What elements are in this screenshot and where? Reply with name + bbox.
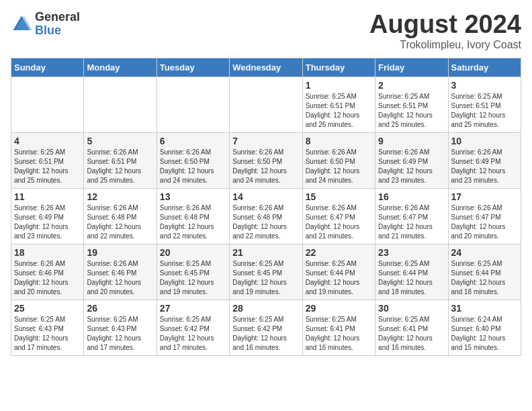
day-number: 4 xyxy=(14,136,81,146)
day-info: Sunrise: 6:26 AM Sunset: 6:50 PM Dayligh… xyxy=(160,148,226,185)
header-wednesday: Wednesday xyxy=(230,58,302,77)
day-cell: 5Sunrise: 6:26 AM Sunset: 6:51 PM Daylig… xyxy=(84,132,157,188)
day-info: Sunrise: 6:26 AM Sunset: 6:48 PM Dayligh… xyxy=(160,203,226,241)
week-row-2: 4Sunrise: 6:25 AM Sunset: 6:51 PM Daylig… xyxy=(11,132,521,188)
day-number: 9 xyxy=(378,136,445,146)
day-number: 21 xyxy=(232,247,299,258)
logo-icon xyxy=(11,13,32,35)
day-cell xyxy=(84,77,157,132)
day-number: 13 xyxy=(160,191,226,202)
day-cell: 17Sunrise: 6:26 AM Sunset: 6:47 PM Dayli… xyxy=(448,188,521,244)
day-cell: 28Sunrise: 6:25 AM Sunset: 6:42 PM Dayli… xyxy=(230,300,302,355)
calendar-table: SundayMondayTuesdayWednesdayThursdayFrid… xyxy=(11,58,521,356)
day-cell: 23Sunrise: 6:25 AM Sunset: 6:44 PM Dayli… xyxy=(375,244,448,300)
header-monday: Monday xyxy=(84,58,157,77)
day-cell: 22Sunrise: 6:25 AM Sunset: 6:44 PM Dayli… xyxy=(302,244,375,300)
day-info: Sunrise: 6:25 AM Sunset: 6:41 PM Dayligh… xyxy=(306,315,372,353)
day-cell: 29Sunrise: 6:25 AM Sunset: 6:41 PM Dayli… xyxy=(302,300,375,355)
day-number: 17 xyxy=(451,191,518,202)
day-info: Sunrise: 6:26 AM Sunset: 6:49 PM Dayligh… xyxy=(451,148,518,185)
day-number: 31 xyxy=(451,303,518,314)
logo-blue: Blue xyxy=(35,24,61,37)
day-cell: 2Sunrise: 6:25 AM Sunset: 6:51 PM Daylig… xyxy=(375,77,448,132)
day-cell: 16Sunrise: 6:26 AM Sunset: 6:47 PM Dayli… xyxy=(375,188,448,244)
day-info: Sunrise: 6:25 AM Sunset: 6:45 PM Dayligh… xyxy=(160,259,226,297)
day-number: 28 xyxy=(232,303,299,314)
day-number: 11 xyxy=(14,191,81,202)
day-number: 10 xyxy=(451,136,518,146)
day-cell: 31Sunrise: 6:24 AM Sunset: 6:40 PM Dayli… xyxy=(448,300,521,355)
day-number: 2 xyxy=(378,80,445,91)
day-cell: 18Sunrise: 6:26 AM Sunset: 6:46 PM Dayli… xyxy=(11,244,84,300)
day-cell: 19Sunrise: 6:26 AM Sunset: 6:46 PM Dayli… xyxy=(84,244,157,300)
header-saturday: Saturday xyxy=(448,58,521,77)
day-cell: 4Sunrise: 6:25 AM Sunset: 6:51 PM Daylig… xyxy=(11,132,84,188)
day-info: Sunrise: 6:26 AM Sunset: 6:48 PM Dayligh… xyxy=(87,203,153,241)
day-cell xyxy=(157,77,229,132)
day-info: Sunrise: 6:26 AM Sunset: 6:48 PM Dayligh… xyxy=(232,203,299,241)
day-number: 24 xyxy=(451,247,518,258)
day-info: Sunrise: 6:25 AM Sunset: 6:51 PM Dayligh… xyxy=(14,148,81,185)
week-row-1: 1Sunrise: 6:25 AM Sunset: 6:51 PM Daylig… xyxy=(11,77,521,132)
day-info: Sunrise: 6:25 AM Sunset: 6:51 PM Dayligh… xyxy=(306,92,372,130)
day-cell: 11Sunrise: 6:26 AM Sunset: 6:49 PM Dayli… xyxy=(11,188,84,244)
day-number: 27 xyxy=(160,303,226,314)
day-info: Sunrise: 6:25 AM Sunset: 6:51 PM Dayligh… xyxy=(378,92,445,130)
day-cell: 7Sunrise: 6:26 AM Sunset: 6:50 PM Daylig… xyxy=(230,132,302,188)
day-info: Sunrise: 6:24 AM Sunset: 6:40 PM Dayligh… xyxy=(451,315,518,353)
day-cell: 14Sunrise: 6:26 AM Sunset: 6:48 PM Dayli… xyxy=(230,188,302,244)
day-info: Sunrise: 6:26 AM Sunset: 6:47 PM Dayligh… xyxy=(451,203,518,241)
day-cell: 1Sunrise: 6:25 AM Sunset: 6:51 PM Daylig… xyxy=(302,77,375,132)
day-info: Sunrise: 6:25 AM Sunset: 6:43 PM Dayligh… xyxy=(14,315,81,353)
day-info: Sunrise: 6:25 AM Sunset: 6:45 PM Dayligh… xyxy=(232,259,299,297)
day-cell: 9Sunrise: 6:26 AM Sunset: 6:49 PM Daylig… xyxy=(375,132,448,188)
day-cell: 8Sunrise: 6:26 AM Sunset: 6:50 PM Daylig… xyxy=(302,132,375,188)
subtitle: Trokolimpleu, Ivory Coast xyxy=(369,39,521,51)
calendar-header-row: SundayMondayTuesdayWednesdayThursdayFrid… xyxy=(11,58,521,77)
day-cell: 10Sunrise: 6:26 AM Sunset: 6:49 PM Dayli… xyxy=(448,132,521,188)
day-number: 6 xyxy=(160,136,226,146)
day-info: Sunrise: 6:25 AM Sunset: 6:44 PM Dayligh… xyxy=(306,259,372,297)
day-number: 16 xyxy=(378,191,445,202)
logo-general: General xyxy=(35,10,80,24)
day-number: 12 xyxy=(87,191,153,202)
day-number: 30 xyxy=(378,303,445,314)
main-title: August 2024 xyxy=(369,11,521,39)
day-info: Sunrise: 6:26 AM Sunset: 6:50 PM Dayligh… xyxy=(232,148,299,185)
day-info: Sunrise: 6:25 AM Sunset: 6:42 PM Dayligh… xyxy=(160,315,226,353)
day-cell: 6Sunrise: 6:26 AM Sunset: 6:50 PM Daylig… xyxy=(157,132,229,188)
day-number: 5 xyxy=(87,136,153,146)
day-info: Sunrise: 6:25 AM Sunset: 6:42 PM Dayligh… xyxy=(232,315,299,353)
day-cell xyxy=(230,77,302,132)
day-number: 1 xyxy=(306,80,372,91)
day-number: 3 xyxy=(451,80,518,91)
day-number: 29 xyxy=(306,303,372,314)
day-info: Sunrise: 6:25 AM Sunset: 6:51 PM Dayligh… xyxy=(451,92,518,130)
day-info: Sunrise: 6:26 AM Sunset: 6:49 PM Dayligh… xyxy=(378,148,445,185)
day-info: Sunrise: 6:25 AM Sunset: 6:43 PM Dayligh… xyxy=(87,315,153,353)
day-cell: 25Sunrise: 6:25 AM Sunset: 6:43 PM Dayli… xyxy=(11,300,84,355)
day-cell: 3Sunrise: 6:25 AM Sunset: 6:51 PM Daylig… xyxy=(448,77,521,132)
day-info: Sunrise: 6:26 AM Sunset: 6:46 PM Dayligh… xyxy=(87,259,153,297)
week-row-4: 18Sunrise: 6:26 AM Sunset: 6:46 PM Dayli… xyxy=(11,244,521,300)
day-info: Sunrise: 6:26 AM Sunset: 6:46 PM Dayligh… xyxy=(14,259,81,297)
day-info: Sunrise: 6:26 AM Sunset: 6:51 PM Dayligh… xyxy=(87,148,153,185)
day-info: Sunrise: 6:25 AM Sunset: 6:44 PM Dayligh… xyxy=(451,259,518,297)
day-cell: 27Sunrise: 6:25 AM Sunset: 6:42 PM Dayli… xyxy=(157,300,229,355)
day-number: 22 xyxy=(306,247,372,258)
day-cell: 24Sunrise: 6:25 AM Sunset: 6:44 PM Dayli… xyxy=(448,244,521,300)
header-friday: Friday xyxy=(375,58,448,77)
day-cell: 30Sunrise: 6:25 AM Sunset: 6:41 PM Dayli… xyxy=(375,300,448,355)
day-info: Sunrise: 6:26 AM Sunset: 6:47 PM Dayligh… xyxy=(378,203,445,241)
day-info: Sunrise: 6:25 AM Sunset: 6:44 PM Dayligh… xyxy=(378,259,445,297)
day-cell: 13Sunrise: 6:26 AM Sunset: 6:48 PM Dayli… xyxy=(157,188,229,244)
day-cell: 21Sunrise: 6:25 AM Sunset: 6:45 PM Dayli… xyxy=(230,244,302,300)
day-number: 7 xyxy=(232,136,299,146)
day-info: Sunrise: 6:26 AM Sunset: 6:50 PM Dayligh… xyxy=(306,148,372,185)
header-tuesday: Tuesday xyxy=(157,58,229,77)
logo: General Blue xyxy=(11,11,80,38)
day-number: 18 xyxy=(14,247,81,258)
week-row-3: 11Sunrise: 6:26 AM Sunset: 6:49 PM Dayli… xyxy=(11,188,521,244)
day-info: Sunrise: 6:26 AM Sunset: 6:47 PM Dayligh… xyxy=(306,203,372,241)
day-cell: 12Sunrise: 6:26 AM Sunset: 6:48 PM Dayli… xyxy=(84,188,157,244)
